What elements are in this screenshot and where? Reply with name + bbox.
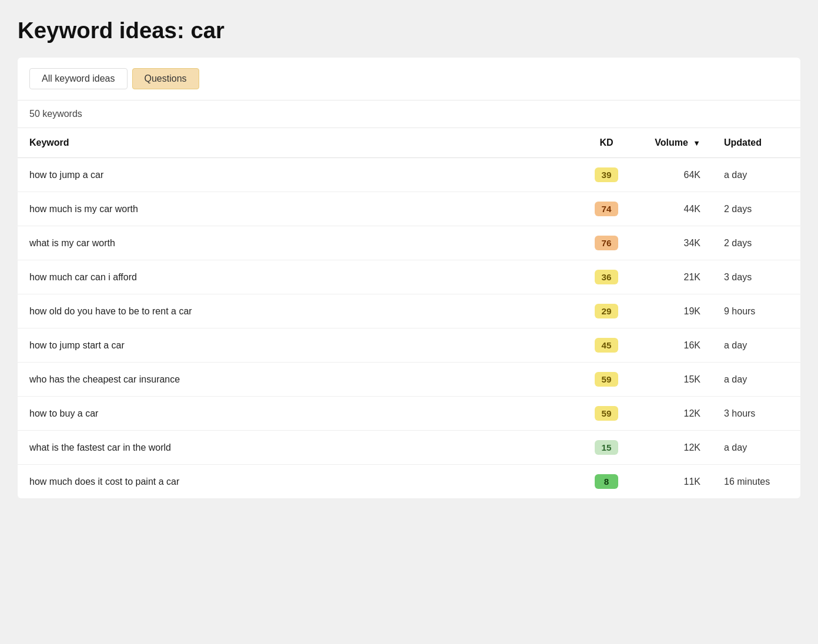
table-row: what is my car worth 76 34K 2 days xyxy=(18,226,800,260)
kd-badge: 39 xyxy=(595,167,618,182)
kd-cell: 76 xyxy=(577,226,636,260)
updated-cell: 9 hours xyxy=(712,294,800,328)
kd-badge: 29 xyxy=(595,304,618,318)
table-row: how to jump start a car 45 16K a day xyxy=(18,328,800,363)
kd-cell: 29 xyxy=(577,294,636,328)
keyword-cell[interactable]: how much car can i afford xyxy=(18,260,577,294)
kd-badge: 74 xyxy=(595,202,618,216)
volume-cell: 19K xyxy=(636,294,712,328)
updated-cell: a day xyxy=(712,431,800,465)
volume-cell: 44K xyxy=(636,192,712,226)
kd-cell: 8 xyxy=(577,465,636,499)
updated-cell: a day xyxy=(712,158,800,192)
kd-badge: 36 xyxy=(595,270,618,284)
volume-cell: 16K xyxy=(636,328,712,363)
table-row: how old do you have to be to rent a car … xyxy=(18,294,800,328)
volume-cell: 12K xyxy=(636,397,712,431)
table-row: how much car can i afford 36 21K 3 days xyxy=(18,260,800,294)
page-title: Keyword ideas: car xyxy=(18,18,800,43)
table-row: who has the cheapest car insurance 59 15… xyxy=(18,363,800,397)
keyword-count: 50 keywords xyxy=(18,100,800,128)
updated-cell: 2 days xyxy=(712,192,800,226)
keyword-ideas-card: All keyword ideas Questions 50 keywords … xyxy=(18,58,800,498)
keyword-cell[interactable]: how to buy a car xyxy=(18,397,577,431)
kd-cell: 36 xyxy=(577,260,636,294)
keyword-cell[interactable]: what is my car worth xyxy=(18,226,577,260)
volume-cell: 11K xyxy=(636,465,712,499)
tabs-row: All keyword ideas Questions xyxy=(18,58,800,100)
volume-cell: 34K xyxy=(636,226,712,260)
keyword-cell[interactable]: how old do you have to be to rent a car xyxy=(18,294,577,328)
kd-badge: 15 xyxy=(595,440,618,455)
tab-all-keyword-ideas[interactable]: All keyword ideas xyxy=(29,68,128,89)
kd-cell: 59 xyxy=(577,397,636,431)
updated-cell: a day xyxy=(712,328,800,363)
table-row: how much is my car worth 74 44K 2 days xyxy=(18,192,800,226)
updated-cell: 3 hours xyxy=(712,397,800,431)
table-row: how to buy a car 59 12K 3 hours xyxy=(18,397,800,431)
kd-cell: 59 xyxy=(577,363,636,397)
kd-badge: 59 xyxy=(595,406,618,421)
column-header-keyword: Keyword xyxy=(18,128,577,158)
kd-badge: 45 xyxy=(595,338,618,353)
keywords-table: Keyword KD Volume ▼ Updated how to jump … xyxy=(18,128,800,498)
column-header-kd: KD xyxy=(577,128,636,158)
kd-badge: 59 xyxy=(595,372,618,387)
column-header-volume[interactable]: Volume ▼ xyxy=(636,128,712,158)
updated-cell: 2 days xyxy=(712,226,800,260)
volume-cell: 12K xyxy=(636,431,712,465)
kd-cell: 45 xyxy=(577,328,636,363)
updated-cell: 16 minutes xyxy=(712,465,800,499)
kd-cell: 15 xyxy=(577,431,636,465)
kd-cell: 74 xyxy=(577,192,636,226)
keyword-cell[interactable]: how much does it cost to paint a car xyxy=(18,465,577,499)
table-header-row: Keyword KD Volume ▼ Updated xyxy=(18,128,800,158)
volume-cell: 64K xyxy=(636,158,712,192)
keyword-cell[interactable]: how to jump a car xyxy=(18,158,577,192)
tab-questions[interactable]: Questions xyxy=(132,68,199,89)
kd-badge: 76 xyxy=(595,236,618,250)
table-row: how to jump a car 39 64K a day xyxy=(18,158,800,192)
table-row: what is the fastest car in the world 15 … xyxy=(18,431,800,465)
kd-badge: 8 xyxy=(595,474,618,489)
volume-cell: 21K xyxy=(636,260,712,294)
updated-cell: 3 days xyxy=(712,260,800,294)
kd-cell: 39 xyxy=(577,158,636,192)
keyword-cell[interactable]: what is the fastest car in the world xyxy=(18,431,577,465)
keyword-cell[interactable]: how to jump start a car xyxy=(18,328,577,363)
updated-cell: a day xyxy=(712,363,800,397)
table-row: how much does it cost to paint a car 8 1… xyxy=(18,465,800,499)
volume-cell: 15K xyxy=(636,363,712,397)
sort-arrow-icon: ▼ xyxy=(693,139,700,147)
keyword-cell[interactable]: who has the cheapest car insurance xyxy=(18,363,577,397)
keyword-cell[interactable]: how much is my car worth xyxy=(18,192,577,226)
column-header-updated: Updated xyxy=(712,128,800,158)
